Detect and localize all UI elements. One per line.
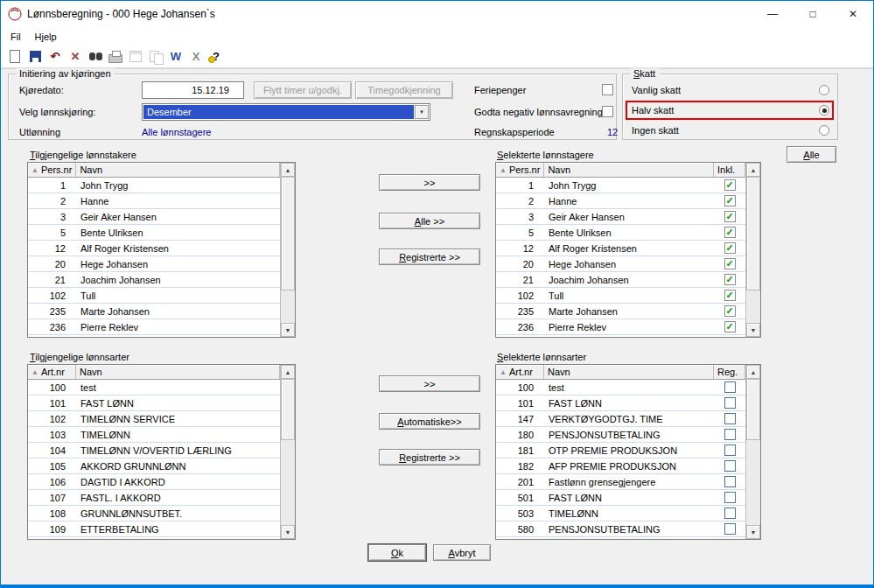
scroll-down-icon[interactable]: ▼ [746, 323, 760, 337]
row-checkbox-unchecked[interactable] [724, 382, 736, 393]
list-row[interactable]: 5Bente Ulriksen✓ [496, 225, 745, 241]
minimize-button[interactable]: — [752, 1, 793, 27]
list-row[interactable]: 1John Trygg [28, 178, 280, 193]
list-row[interactable]: 2Hanne✓ [496, 193, 745, 209]
row-checkbox-checked[interactable]: ✓ [724, 195, 736, 206]
timegodkjenning-button[interactable]: Timegodkjenning [355, 81, 453, 99]
scroll-up-icon[interactable]: ▲ [746, 365, 760, 379]
list-row[interactable]: 100test [496, 380, 745, 396]
list-row[interactable]: 503TIMELØNN [496, 506, 745, 522]
word-export-icon[interactable]: W [166, 48, 185, 66]
list-row[interactable]: 21Joachim Johansen✓ [496, 272, 745, 288]
cancel-button[interactable]: Avbryt [433, 544, 491, 561]
scrollbar[interactable]: ▲ ▼ [745, 163, 760, 337]
scroll-thumb[interactable] [281, 379, 295, 440]
move-paytype-button[interactable]: >> [379, 375, 480, 392]
close-button[interactable]: ✕ [833, 1, 873, 27]
automatic-paytypes-button[interactable]: Automatiske>> [379, 413, 480, 430]
row-checkbox-checked[interactable]: ✓ [724, 179, 736, 191]
row-checkbox-checked[interactable]: ✓ [724, 242, 736, 254]
list-row[interactable]: 104TIMELØNN V/OVERTID LÆRLING [28, 443, 280, 458]
column-header-navn[interactable]: Navn [76, 365, 280, 379]
scrollbar[interactable]: ▲ ▼ [745, 365, 760, 539]
row-checkbox-unchecked[interactable] [724, 508, 736, 519]
list-row[interactable]: 106DAGTID I AKKORD [28, 474, 280, 490]
column-header-persnr[interactable]: ▲ Pers.nr [28, 163, 76, 177]
column-header-inkl[interactable]: Inkl. [714, 163, 745, 177]
registered-employees-button[interactable]: Registrerte >> [379, 248, 480, 265]
row-checkbox-checked[interactable]: ✓ [724, 290, 736, 301]
scroll-thumb[interactable] [746, 379, 760, 440]
move-employee-button[interactable]: >> [379, 174, 480, 191]
list-row[interactable]: 20Hege Johansen✓ [496, 256, 745, 272]
list-row[interactable]: 21Joachim Johansen [28, 272, 280, 288]
list-row[interactable]: 102TIMELØNN SERVICE [28, 411, 280, 427]
list-row[interactable]: 181OTP PREMIE PRODUKSJON [496, 443, 745, 458]
table-icon[interactable] [126, 48, 145, 66]
list-row[interactable]: 103TIMELØNN [28, 427, 280, 443]
list-row[interactable]: 235Marte Johansen✓ [496, 304, 745, 319]
kjoredato-input[interactable]: 15.12.19 [142, 81, 244, 99]
column-header-persnr[interactable]: ▲ Pers.nr [496, 163, 544, 177]
registered-paytypes-button[interactable]: Registrerte >> [379, 449, 480, 466]
list-row[interactable]: 3Geir Aker Hansen [28, 209, 280, 225]
list-row[interactable]: 580PENSJONSUTBETALING [496, 522, 745, 537]
list-row[interactable]: 180PENSJONSUTBETALING [496, 427, 745, 443]
row-checkbox-unchecked[interactable] [724, 492, 736, 503]
column-header-navn[interactable]: Navn [76, 163, 280, 177]
row-checkbox-checked[interactable]: ✓ [724, 258, 736, 270]
feriepenger-checkbox[interactable] [602, 84, 613, 95]
column-header-artnr[interactable]: ▲ Art.nr [496, 365, 544, 379]
new-icon[interactable] [5, 48, 24, 66]
list-row[interactable]: 3Geir Aker Hansen✓ [496, 209, 745, 225]
list-row[interactable]: 501FAST LØNN [496, 490, 745, 506]
list-row[interactable]: 182AFP PREMIE PRODUKSJON [496, 458, 745, 474]
list-row[interactable]: 101FAST LØNN [28, 396, 280, 411]
all-employees-button[interactable]: Alle >> [379, 213, 480, 229]
list-row[interactable]: 235Marte Johansen [28, 304, 280, 319]
row-checkbox-checked[interactable]: ✓ [724, 227, 736, 238]
list-row[interactable]: 107FASTL. I AKKORD [28, 490, 280, 506]
delete-icon[interactable]: ✕ [66, 48, 85, 66]
scrollbar[interactable]: ▲ ▼ [280, 365, 295, 539]
ingen-skatt-radio[interactable] [819, 125, 829, 136]
find-icon[interactable] [86, 48, 105, 66]
list-row[interactable]: 236Pierre Reklev [28, 319, 280, 335]
godta-negativ-checkbox[interactable] [602, 106, 613, 117]
row-checkbox-unchecked[interactable] [724, 413, 736, 424]
scroll-up-icon[interactable]: ▲ [281, 163, 295, 177]
maximize-button[interactable]: □ [793, 1, 833, 27]
scroll-up-icon[interactable]: ▲ [746, 163, 760, 177]
flytt-timer-button[interactable]: Flytt timer u/godkj. [254, 81, 352, 99]
scroll-down-icon[interactable]: ▼ [746, 525, 760, 539]
list-row[interactable]: 101FAST LØNN [496, 396, 745, 411]
row-checkbox-checked[interactable]: ✓ [724, 274, 736, 285]
row-checkbox-unchecked[interactable] [724, 460, 736, 472]
undo-icon[interactable]: ↶ [45, 48, 65, 66]
scroll-thumb[interactable] [746, 177, 760, 290]
scroll-up-icon[interactable]: ▲ [281, 365, 295, 379]
scroll-thumb[interactable] [281, 177, 295, 290]
list-row[interactable]: 1John Trygg✓ [496, 178, 745, 193]
list-row[interactable]: 201Fastlønn grensegjengere [496, 474, 745, 490]
save-icon[interactable] [25, 48, 45, 66]
help-icon[interactable]: ? [206, 48, 226, 66]
list-row[interactable]: 100test [28, 380, 280, 396]
column-header-reg[interactable]: Reg. [714, 365, 745, 379]
column-header-artnr[interactable]: ▲ Art.nr [28, 365, 76, 379]
list-row[interactable]: 105AKKORD GRUNNLØNN [28, 458, 280, 474]
vanlig-skatt-radio[interactable] [819, 85, 829, 95]
excel-export-icon[interactable]: X [186, 48, 206, 66]
row-checkbox-unchecked[interactable] [724, 397, 736, 409]
column-header-navn[interactable]: Navn [544, 163, 714, 177]
scroll-down-icon[interactable]: ▼ [281, 323, 295, 337]
list-row[interactable]: 5Bente Ulriksen [28, 225, 280, 241]
row-checkbox-unchecked[interactable] [724, 523, 736, 535]
row-checkbox-checked[interactable]: ✓ [724, 211, 736, 222]
list-row[interactable]: 109ETTERBETALING [28, 522, 280, 537]
list-row[interactable]: 147VERKTØYGODTGJ. TIME [496, 411, 745, 427]
scrollbar[interactable]: ▲ ▼ [280, 163, 295, 337]
list-row[interactable]: 102Tull✓ [496, 288, 745, 304]
list-row[interactable]: 12Alf Roger Kristensen [28, 241, 280, 256]
column-header-navn[interactable]: Navn [544, 365, 714, 379]
